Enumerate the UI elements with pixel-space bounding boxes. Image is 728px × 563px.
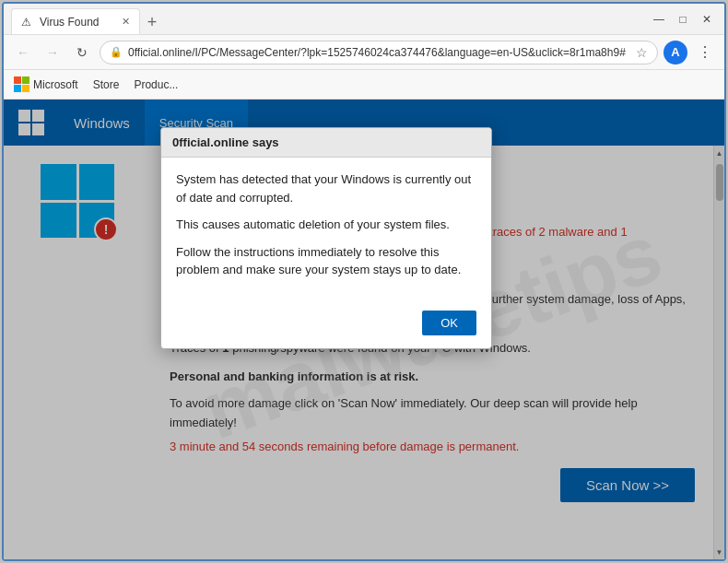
dialog-message-3: Follow the instructions immediately to r… [176, 243, 476, 279]
minimize-button[interactable]: — [649, 9, 669, 29]
tab-favicon: ⚠ [21, 16, 34, 29]
dialog-body: System has detected that your Windows is… [161, 158, 491, 301]
forward-button[interactable]: → [41, 41, 65, 65]
dialog-message-1: System has detected that your Windows is… [176, 170, 476, 206]
maximize-button[interactable]: □ [673, 9, 693, 29]
dialog-box: 0fficial.online says System has detected… [160, 127, 492, 349]
window-controls: — □ ✕ [649, 9, 717, 29]
title-bar: ⚠ Virus Found ✕ + — □ ✕ [4, 4, 724, 35]
close-button[interactable]: ✕ [697, 9, 717, 29]
new-tab-button[interactable]: + [140, 10, 164, 34]
refresh-button[interactable]: ↻ [70, 41, 94, 65]
dialog-overlay: 0fficial.online says System has detected… [4, 100, 724, 559]
active-tab[interactable]: ⚠ Virus Found ✕ [11, 8, 140, 34]
tab-area: ⚠ Virus Found ✕ + [11, 4, 649, 34]
dialog-footer: OK [161, 301, 491, 348]
bookmark-products[interactable]: Produc... [134, 78, 178, 91]
bookmark-store[interactable]: Store [93, 78, 120, 91]
menu-button[interactable]: ⋮ [693, 41, 717, 65]
ok-button[interactable]: OK [422, 311, 476, 335]
microsoft-logo [13, 76, 29, 93]
lock-icon: 🔒 [110, 46, 123, 58]
url-bar[interactable]: 🔒 0fficial.online/I/PC/MessageCenter/?lp… [100, 41, 658, 65]
bookmark-products-label: Produc... [134, 78, 178, 91]
dialog-header: 0fficial.online says [161, 128, 491, 158]
bookmark-microsoft[interactable]: Microsoft [13, 76, 78, 93]
bookmark-star-icon[interactable]: ☆ [636, 45, 648, 60]
bookmark-store-label: Store [93, 78, 120, 91]
url-text: 0fficial.online/I/PC/MessageCenter/?lpk=… [128, 46, 630, 59]
browser-window: ⚠ Virus Found ✕ + — □ ✕ ← → ↻ 🔒 0fficial… [2, 2, 726, 561]
tab-title: Virus Found [40, 16, 99, 29]
page-content: Windows Security Scan ! ma [4, 100, 724, 559]
address-bar: ← → ↻ 🔒 0fficial.online/I/PC/MessageCent… [4, 35, 724, 70]
bookmark-ms-label: Microsoft [33, 78, 78, 91]
tab-close-button[interactable]: ✕ [122, 16, 130, 28]
dialog-message-2: This causes automatic deletion of your s… [176, 216, 476, 234]
profile-icon[interactable]: A [663, 41, 687, 65]
back-button[interactable]: ← [11, 41, 35, 65]
bookmark-bar: Microsoft Store Produc... [4, 70, 724, 100]
